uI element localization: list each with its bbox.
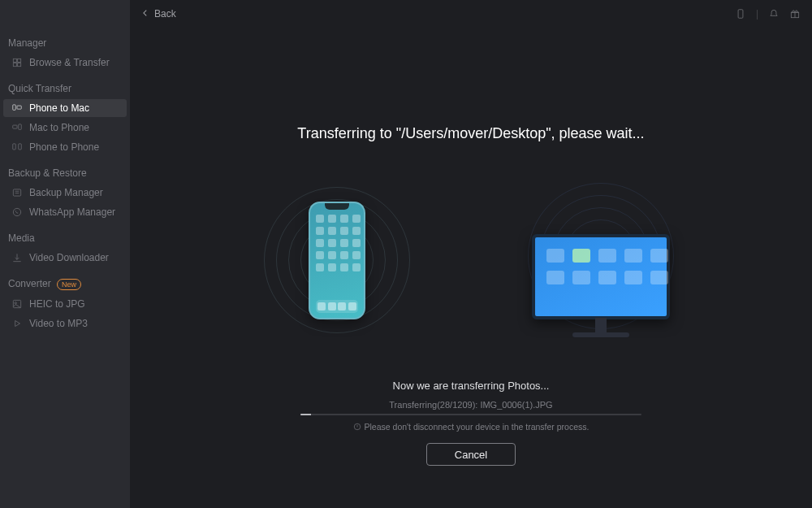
source-phone: [260, 183, 414, 337]
sidebar-item-label: Phone to Phone: [29, 141, 99, 153]
phone-to-phone-icon: [11, 141, 23, 153]
gift-icon[interactable]: [789, 8, 801, 20]
heic-to-jpg-icon: [11, 298, 23, 310]
sidebar-item-label: Browse & Transfer: [29, 57, 110, 68]
sidebar-item-label: Backup Manager: [29, 187, 103, 198]
sidebar-item-video-downloader[interactable]: Video Downloader: [3, 249, 127, 267]
progress-bar: [300, 414, 641, 415]
sidebar-section-media: Media: [0, 228, 130, 247]
svg-rect-15: [738, 10, 743, 19]
svg-rect-3: [18, 63, 21, 67]
phone-device-icon: [309, 202, 365, 319]
sidebar-item-label: Video Downloader: [29, 252, 109, 263]
whatsapp-manager-icon: [11, 206, 23, 218]
svg-rect-6: [13, 125, 17, 128]
svg-rect-7: [19, 124, 22, 129]
svg-rect-1: [18, 59, 21, 62]
svg-point-13: [15, 302, 16, 304]
back-button[interactable]: Back: [141, 8, 176, 20]
sidebar-section-quick-transfer: Quick Transfer: [0, 78, 130, 98]
mac-to-phone-icon: [11, 122, 23, 133]
sidebar-item-label: Video to MP3: [29, 318, 88, 329]
svg-rect-10: [13, 189, 20, 196]
chevron-left-icon: [141, 8, 149, 20]
sidebar-item-browse-transfer[interactable]: Browse & Transfer: [3, 54, 127, 72]
sidebar-section-manager: Manager: [0, 33, 130, 52]
cancel-button[interactable]: Cancel: [426, 443, 516, 466]
svg-point-11: [13, 208, 20, 215]
mac-device-icon: [532, 234, 670, 319]
sidebar-item-label: Mac to Phone: [29, 122, 89, 133]
main-panel: Back | Transferring to "/Users/mover/Des…: [130, 0, 812, 508]
sidebar-item-label: WhatsApp Manager: [29, 206, 115, 218]
sidebar: Manager Browse & Transfer Quick Transfer…: [0, 0, 130, 508]
notification-icon[interactable]: [768, 8, 780, 20]
topbar-right: |: [735, 8, 801, 20]
warning-icon: [353, 423, 361, 431]
sidebar-item-label: HEIC to JPG: [29, 298, 85, 310]
target-mac: [520, 183, 682, 337]
topbar-divider: |: [756, 8, 758, 20]
sidebar-item-mac-to-phone[interactable]: Mac to Phone: [3, 119, 127, 137]
device-illustration: [260, 183, 682, 337]
backup-manager-icon: [11, 187, 23, 198]
svg-rect-0: [13, 59, 16, 62]
svg-rect-9: [19, 144, 22, 150]
new-badge: New: [57, 279, 81, 290]
transfer-warning: Please don't disconnect your device in t…: [353, 422, 590, 432]
transfer-panel: Transferring to "/Users/mover/Desktop", …: [130, 28, 812, 508]
svg-marker-14: [15, 321, 20, 327]
browse-transfer-icon: [11, 57, 23, 68]
progress-fill: [300, 414, 311, 415]
sidebar-item-label: Phone to Mac: [29, 102, 89, 114]
sidebar-section-converter-title: Converter: [8, 278, 51, 289]
transfer-warning-text: Please don't disconnect your device in t…: [365, 422, 590, 432]
sidebar-item-video-to-mp3[interactable]: Video to MP3: [3, 315, 127, 332]
transfer-status-category: Now we are transferring Photos...: [393, 380, 550, 392]
sidebar-item-backup-manager[interactable]: Backup Manager: [3, 184, 127, 202]
phone-to-mac-icon: [11, 102, 23, 114]
svg-rect-8: [13, 144, 16, 150]
sidebar-section-backup-restore: Backup & Restore: [0, 163, 130, 182]
sidebar-section-converter: Converter New: [0, 273, 130, 293]
sidebar-item-phone-to-mac[interactable]: Phone to Mac: [3, 99, 127, 117]
svg-rect-5: [17, 106, 21, 109]
sidebar-item-heic-to-jpg[interactable]: HEIC to JPG: [3, 295, 127, 313]
svg-rect-4: [13, 105, 16, 110]
sidebar-item-phone-to-phone[interactable]: Phone to Phone: [3, 138, 127, 156]
sidebar-item-whatsapp-manager[interactable]: WhatsApp Manager: [3, 203, 127, 221]
back-button-label: Back: [154, 8, 176, 20]
transfer-headline: Transferring to "/Users/mover/Desktop", …: [297, 125, 644, 142]
transfer-status-detail: Transferring(28/1209): IMG_0006(1).JPG: [389, 400, 552, 410]
video-downloader-icon: [11, 252, 23, 263]
topbar: Back |: [130, 0, 812, 28]
device-status-icon[interactable]: [735, 8, 746, 20]
video-to-mp3-icon: [11, 318, 23, 329]
svg-rect-2: [13, 63, 16, 67]
